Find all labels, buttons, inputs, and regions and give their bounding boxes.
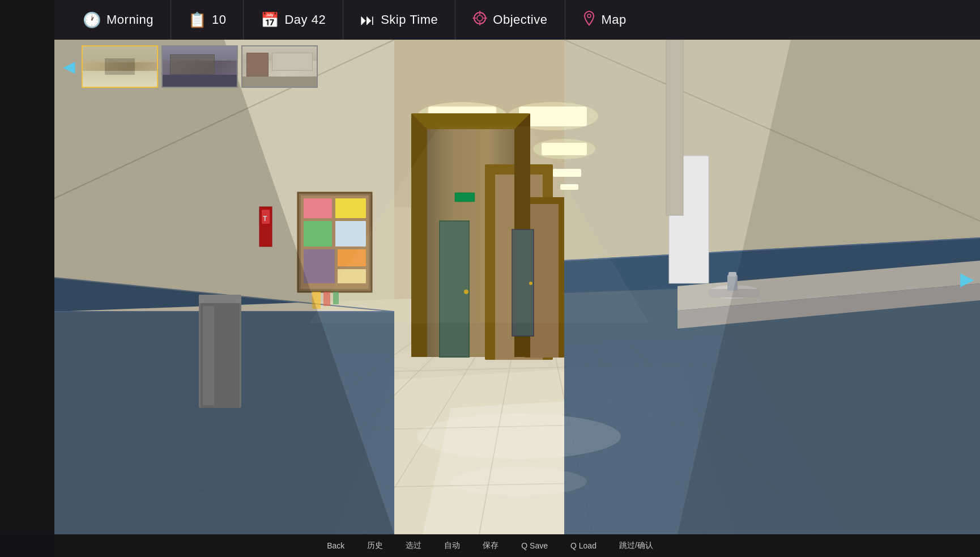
svg-rect-48 — [530, 204, 559, 358]
svg-rect-45 — [485, 164, 553, 360]
history-button[interactable]: 历史 — [364, 541, 386, 551]
calendar-icon: 📅 — [261, 11, 279, 29]
actions-icon: 📋 — [188, 11, 206, 29]
svg-point-96 — [417, 414, 621, 459]
svg-marker-98 — [309, 126, 649, 323]
svg-point-91 — [529, 282, 532, 285]
thumbnail-prev-button[interactable]: ◀ — [60, 57, 78, 76]
confirm-button[interactable]: 跳过/确认 — [616, 541, 656, 551]
svg-rect-62 — [335, 198, 366, 218]
scene-next-button[interactable]: ▶ — [960, 268, 974, 290]
thumbnail-strip: ◀ — [54, 41, 323, 92]
svg-point-6 — [587, 14, 591, 18]
svg-marker-52 — [411, 113, 427, 357]
svg-rect-60 — [301, 195, 369, 289]
actions-section: 📋 10 — [171, 0, 244, 40]
svg-point-51 — [464, 290, 468, 294]
thumbnail-1[interactable] — [82, 45, 158, 88]
svg-marker-53 — [514, 113, 530, 357]
svg-rect-88 — [666, 40, 683, 215]
svg-rect-61 — [304, 198, 332, 218]
svg-marker-16 — [423, 397, 678, 534]
thumbnail-2[interactable] — [161, 45, 238, 88]
svg-line-24 — [649, 323, 932, 534]
day-label: Day 42 — [284, 12, 326, 27]
svg-line-22 — [576, 317, 706, 534]
map-icon — [582, 10, 596, 29]
svg-point-83 — [709, 285, 760, 299]
svg-point-97 — [451, 467, 587, 496]
svg-rect-58 — [298, 193, 372, 292]
svg-line-25 — [54, 357, 980, 380]
svg-rect-44 — [427, 129, 514, 357]
svg-rect-80 — [669, 156, 709, 283]
svg-rect-69 — [323, 292, 330, 306]
svg-rect-70 — [333, 292, 339, 304]
left-panel — [0, 0, 54, 557]
svg-rect-92 — [455, 193, 475, 202]
skip-icon: ⏭ — [360, 11, 375, 29]
svg-rect-75 — [199, 295, 241, 408]
svg-rect-7 — [54, 40, 980, 534]
time-section: 🕐 Morning — [66, 0, 171, 40]
svg-marker-94 — [54, 40, 394, 534]
svg-rect-66 — [338, 249, 366, 266]
svg-line-18 — [253, 323, 468, 534]
svg-rect-36 — [519, 107, 587, 126]
svg-rect-87 — [666, 40, 683, 215]
svg-line-32 — [564, 238, 980, 261]
svg-rect-63 — [304, 221, 332, 246]
svg-marker-14 — [168, 334, 847, 534]
svg-rect-68 — [312, 292, 321, 309]
skip-time-section[interactable]: ⏭ Skip Time — [343, 0, 455, 40]
svg-marker-81 — [678, 261, 980, 311]
time-label: Morning — [106, 12, 154, 27]
svg-rect-64 — [335, 221, 366, 246]
thumbnail-3[interactable] — [241, 45, 318, 88]
quick-load-button[interactable]: Q Load — [568, 541, 599, 550]
svg-rect-46 — [495, 175, 543, 360]
svg-line-21 — [547, 317, 593, 534]
svg-rect-50 — [440, 221, 469, 357]
day-section: 📅 Day 42 — [244, 0, 343, 40]
svg-marker-12 — [564, 238, 980, 534]
svg-line-27 — [54, 476, 980, 493]
svg-line-26 — [54, 416, 980, 436]
auto-button[interactable]: 自动 — [441, 541, 463, 551]
svg-marker-13 — [54, 278, 980, 534]
svg-rect-47 — [525, 197, 564, 358]
top-navigation-bar: 🕐 Morning 📋 10 📅 Day 42 ⏭ Skip Time Obje — [54, 0, 980, 40]
skip-time-label: Skip Time — [381, 12, 438, 27]
objective-label: Objective — [493, 12, 547, 27]
svg-line-23 — [610, 323, 819, 534]
svg-rect-86 — [728, 272, 736, 277]
clock-icon: 🕐 — [83, 11, 101, 29]
svg-rect-42 — [411, 113, 530, 357]
svg-rect-73 — [262, 210, 270, 224]
objective-section[interactable]: Objective — [455, 0, 564, 40]
back-button[interactable]: Back — [324, 541, 347, 550]
map-section[interactable]: Map — [565, 0, 644, 40]
svg-rect-67 — [338, 269, 366, 283]
svg-rect-77 — [201, 303, 240, 408]
svg-rect-65 — [304, 249, 335, 283]
svg-text:T: T — [263, 215, 267, 223]
svg-marker-15 — [338, 363, 734, 534]
svg-rect-78 — [203, 306, 214, 405]
actions-count: 10 — [212, 12, 226, 27]
svg-line-20 — [479, 317, 519, 534]
svg-line-17 — [139, 323, 440, 534]
svg-line-30 — [564, 40, 980, 221]
objective-icon — [472, 11, 487, 29]
quick-save-button[interactable]: Q Save — [518, 541, 551, 550]
svg-point-35 — [417, 102, 508, 130]
svg-line-31 — [54, 278, 394, 312]
bottom-bar: Back 历史 选过 自动 保存 Q Save Q Load 跳过/确认 — [0, 534, 980, 557]
svg-rect-90 — [512, 229, 534, 336]
svg-rect-43 — [427, 129, 514, 357]
svg-line-19 — [366, 323, 496, 534]
svg-rect-71 — [259, 207, 272, 246]
save-button[interactable]: 保存 — [480, 541, 501, 551]
svg-rect-72 — [259, 207, 272, 246]
skip-past-button[interactable]: 选过 — [403, 541, 424, 551]
